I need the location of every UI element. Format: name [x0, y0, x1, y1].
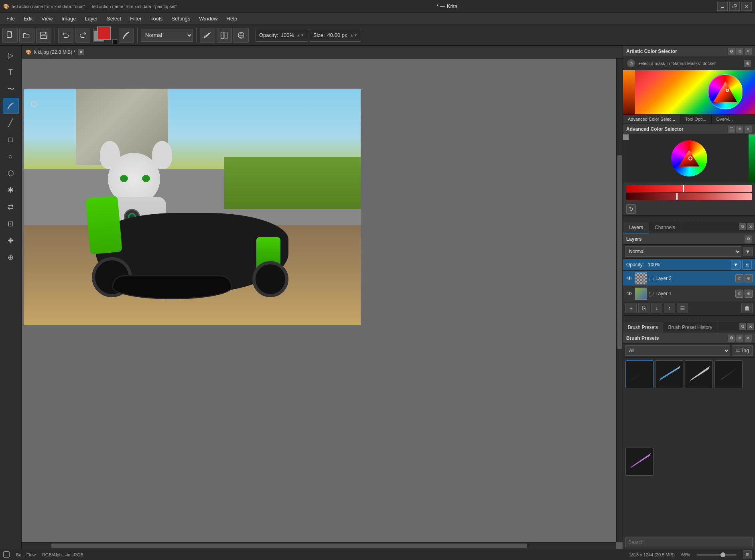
zoom-slider-thumb[interactable] — [720, 552, 725, 557]
brush-float2-button[interactable]: ⧉ — [736, 335, 743, 342]
open-button[interactable] — [19, 28, 35, 43]
undo-button[interactable] — [58, 28, 73, 43]
brush-preset-1[interactable] — [625, 360, 654, 388]
wrap-button[interactable] — [233, 28, 249, 43]
new-button[interactable] — [2, 28, 18, 43]
brush-close2-button[interactable]: ✕ — [745, 335, 752, 342]
canvas-close-button[interactable]: ✕ — [78, 49, 84, 55]
tab-brush-presets[interactable]: Brush Presets — [623, 322, 663, 333]
opacity-stepper[interactable]: ▲▼ — [296, 33, 304, 37]
adv-color-slider-hue[interactable] — [626, 185, 752, 192]
brush-close-button[interactable]: ✕ — [747, 323, 754, 330]
canvas-container[interactable] — [22, 59, 616, 542]
calligraphy-tool-button[interactable]: 〜 — [3, 81, 19, 97]
menu-filter[interactable]: Filter — [126, 14, 146, 23]
delete-layer-button[interactable]: 🗑 — [741, 303, 753, 313]
redo-button[interactable] — [75, 28, 90, 43]
menu-window[interactable]: Window — [195, 14, 221, 23]
minimize-button[interactable]: 🗕 — [717, 2, 728, 11]
layer-2-alpha-button[interactable]: α — [735, 274, 743, 282]
tab-advanced-color[interactable]: Advanced Color Selec... — [623, 115, 680, 124]
layers-filter-button[interactable]: ▼ — [743, 247, 753, 256]
layer-1-merge-button[interactable]: ⊕ — [745, 290, 753, 298]
foreground-color-swatch[interactable] — [97, 26, 111, 40]
brush-settings-button[interactable]: ⚙ — [728, 335, 735, 342]
zoom-tool-button[interactable]: ⊕ — [3, 250, 19, 266]
move-layer-up-button[interactable]: ↑ — [664, 303, 675, 313]
tab-brush-preset-history[interactable]: Brush Preset History — [663, 322, 717, 333]
polygon-tool-button[interactable]: ⬡ — [3, 165, 19, 181]
canvas-image[interactable] — [24, 89, 361, 325]
brush-preset-4[interactable] — [714, 360, 743, 388]
adv-color-float-button[interactable]: ⧉ — [736, 126, 743, 133]
status-canvas-toggle[interactable] — [3, 551, 10, 558]
menu-tools[interactable]: Tools — [146, 14, 166, 23]
copy-layer-button[interactable]: ⎘ — [638, 303, 649, 313]
canvas-overview-button[interactable]: ⊞ — [743, 550, 752, 559]
art-color-wheel[interactable] — [623, 70, 755, 114]
brush-tag-button[interactable]: 🏷 Tag — [732, 345, 753, 356]
tab-tool-options[interactable]: Tool Opti... — [680, 115, 712, 124]
brush-search-input[interactable] — [625, 538, 753, 547]
layer-2-merge-button[interactable]: ⊕ — [745, 274, 753, 282]
add-layer-button[interactable]: + — [625, 303, 637, 313]
art-color-float-button[interactable]: ⧉ — [736, 48, 743, 55]
layer-row-2[interactable]: 👁 ⬚ Layer 2 α ⊕ — [623, 271, 755, 286]
canvas-scrollbar-vertical[interactable] — [616, 59, 623, 542]
tab-overview[interactable]: Overvi... — [712, 115, 738, 124]
line-tool-button[interactable]: ╱ — [3, 115, 19, 131]
panel-splitter-2[interactable]: · · · · · · · — [623, 316, 755, 322]
brush-preset-button[interactable] — [119, 28, 134, 43]
zoom-slider[interactable] — [696, 554, 737, 556]
brush-preset-3[interactable] — [685, 360, 713, 388]
tab-layers[interactable]: Layers — [623, 222, 649, 233]
menu-settings[interactable]: Settings — [167, 14, 194, 23]
adv-color-close-button[interactable]: ✕ — [745, 126, 752, 133]
color-wheel[interactable] — [708, 74, 743, 110]
menu-help[interactable]: Help — [223, 14, 242, 23]
menu-view[interactable]: View — [37, 14, 57, 23]
scroll-thumb-v[interactable] — [617, 155, 622, 349]
layers-opacity-down-btn[interactable]: ▼ — [731, 260, 741, 270]
swap-colors-button[interactable] — [112, 39, 117, 44]
rect-tool-button[interactable]: □ — [3, 132, 19, 148]
brush-tool-button[interactable] — [3, 98, 19, 114]
tab-channels[interactable]: Channels — [649, 222, 681, 233]
layers-copy-button[interactable]: ⎘ — [742, 260, 752, 270]
smart-patch-tool-button[interactable]: ✱ — [3, 182, 19, 198]
select-tool-button[interactable]: ▷ — [3, 47, 19, 63]
size-stepper[interactable]: ▲▼ — [350, 33, 358, 37]
brush-filter-select[interactable]: All — [625, 345, 730, 356]
save-button[interactable] — [36, 28, 51, 43]
menu-edit[interactable]: Edit — [20, 14, 37, 23]
panel-splitter-1[interactable]: · · · · · · · — [623, 216, 755, 222]
layer-2-visibility-button[interactable]: 👁 — [625, 274, 633, 282]
ellipse-tool-button[interactable]: ○ — [3, 148, 19, 164]
adv-color-wheel-area[interactable] — [623, 134, 755, 183]
brush-float-button[interactable]: ⧉ — [739, 323, 746, 330]
layer-properties-button[interactable]: ☰ — [677, 303, 688, 313]
blend-mode-select[interactable]: Normal — [141, 29, 193, 42]
crop-tool-button[interactable]: ⊡ — [3, 216, 19, 232]
close-button[interactable]: ✕ — [741, 2, 752, 11]
layers-blend-mode-select[interactable]: Normal — [625, 246, 741, 257]
layer-1-alpha-button[interactable]: α — [735, 290, 743, 298]
mirror-button[interactable] — [217, 28, 232, 43]
menu-layer[interactable]: Layer — [81, 14, 102, 23]
layer-row-1[interactable]: 👁 ⬚ Layer 1 α ⊕ — [623, 286, 755, 301]
brush-preset-2[interactable] — [655, 360, 683, 388]
adv-color-refresh-button[interactable]: ↻ — [626, 204, 636, 214]
menu-file[interactable]: File — [2, 14, 19, 23]
layers-float-button[interactable]: ⧉ — [739, 223, 746, 230]
adv-color-slider-sat[interactable] — [626, 193, 752, 200]
art-color-warning-settings[interactable]: ⚙ — [744, 60, 751, 67]
brush-preset-5[interactable] — [625, 448, 654, 476]
menu-image[interactable]: Image — [57, 14, 80, 23]
maximize-button[interactable]: 🗗 — [729, 2, 740, 11]
transform-tool-button[interactable]: ⇄ — [3, 199, 19, 215]
art-color-settings-button[interactable]: ⚙ — [728, 48, 735, 55]
layers-settings-button[interactable]: ⚙ — [745, 235, 752, 243]
move-layer-down-button[interactable]: ↓ — [651, 303, 662, 313]
adv-color-doc-button[interactable]: ☰ — [728, 126, 735, 133]
adv-color-wheel[interactable] — [671, 140, 707, 177]
